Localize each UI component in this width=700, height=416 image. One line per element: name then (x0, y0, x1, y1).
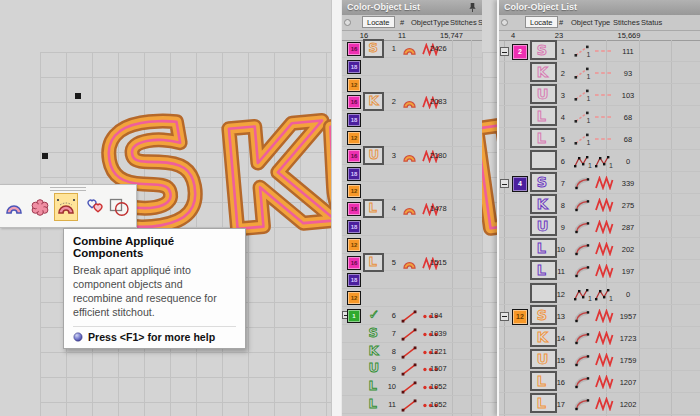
object-thumbnail-icon: U (532, 85, 555, 103)
color-chip[interactable]: 12 (347, 131, 361, 145)
color-chip[interactable]: 12 (347, 291, 361, 305)
color-object-row[interactable]: U 9 287 (499, 216, 700, 238)
color-object-row[interactable]: K 2 93 (499, 62, 700, 84)
combine-applique-components-button[interactable] (54, 193, 78, 221)
color-object-row[interactable]: 12 0 (499, 283, 700, 305)
color-object-row[interactable]: 12 (342, 289, 482, 307)
color-object-row[interactable]: U 15 1759 (499, 349, 700, 371)
color-object-row[interactable]: 18 (342, 111, 482, 129)
color-chip[interactable]: 2 (512, 44, 528, 60)
color-chip[interactable]: 12 (347, 78, 361, 92)
color-object-row[interactable]: L 5 68 (499, 128, 700, 150)
object-thumbnail-icon: S (532, 41, 555, 59)
collapse-toggle[interactable] (500, 47, 509, 56)
color-chip[interactable]: 18 (347, 220, 361, 234)
color-object-row[interactable]: 16 S 1 2426 (342, 40, 482, 58)
color-object-row[interactable]: L 17 1202 (499, 393, 700, 415)
stitch-count: 0 (609, 157, 647, 166)
object-kind-icon (400, 96, 419, 109)
color-object-row[interactable]: 12 (342, 182, 482, 200)
color-object-row[interactable]: L 4 68 (499, 106, 700, 128)
applique-toolbar (0, 184, 137, 228)
color-object-row[interactable]: K 8 275 (499, 194, 700, 216)
locate-column-button[interactable]: Locate (362, 16, 395, 28)
object-kind-icon (573, 287, 593, 301)
overlap-hearts-button[interactable] (82, 193, 106, 221)
color-object-row[interactable]: 12 (342, 236, 482, 254)
svg-text:S: S (368, 325, 377, 340)
color-chip[interactable]: 12 (347, 238, 361, 252)
color-object-row[interactable]: L 11 197 (499, 260, 700, 282)
total-stitches: 15,669 (611, 31, 647, 40)
panel-options-icon[interactable] (344, 19, 351, 26)
color-chip[interactable]: 18 (347, 60, 361, 74)
color-object-row[interactable]: 4 S 7 339 (499, 172, 700, 194)
color-object-row[interactable]: K 14 1723 (499, 327, 700, 349)
panel-options-icon[interactable] (501, 19, 508, 26)
color-object-row[interactable]: 16 L 4 1478 (342, 200, 482, 218)
color-object-row[interactable]: 18 (342, 271, 482, 289)
color-object-row[interactable]: 12 (342, 76, 482, 94)
color-object-row[interactable]: L 10 1052 (342, 378, 482, 396)
color-object-row[interactable]: 12 S 13 1957 (499, 305, 700, 327)
column-status: Status (641, 18, 662, 27)
weld-square-circle-icon (109, 198, 129, 216)
color-object-row[interactable]: L 16 1207 (499, 371, 700, 393)
color-chip[interactable]: 16 (347, 95, 361, 109)
color-object-row[interactable]: U 3 103 (499, 84, 700, 106)
color-object-row[interactable]: 6 0 (499, 150, 700, 172)
color-chip[interactable]: 16 (347, 202, 361, 216)
column-type: Type (594, 18, 610, 27)
column-header-row: Locate # Object Type Stitches Status (499, 15, 700, 31)
applique-arch-icon (4, 198, 24, 216)
collapse-toggle[interactable] (500, 179, 509, 188)
object-thumbnail-icon: U (532, 350, 555, 368)
color-object-row[interactable]: 16 U 3 2180 (342, 147, 482, 165)
stitch-count: 1507 (430, 364, 447, 373)
color-object-row[interactable]: K 8 1221 (342, 343, 482, 361)
flower-shape-button[interactable] (28, 193, 52, 221)
color-chip[interactable]: 18 (347, 273, 361, 287)
panel-title-bar[interactable]: Color-Object List (499, 0, 700, 15)
color-chip[interactable]: 4 (512, 176, 528, 192)
color-object-row[interactable]: L 10 202 (499, 238, 700, 260)
color-object-row[interactable]: 18 (342, 58, 482, 76)
object-kind-icon (400, 150, 419, 163)
color-chip[interactable]: 18 (347, 167, 361, 181)
object-kind-icon (573, 198, 593, 212)
object-thumbnail-icon: K (532, 195, 555, 213)
color-chip[interactable]: 16 (347, 42, 361, 56)
selection-handle[interactable] (42, 153, 48, 159)
weld-shapes-button[interactable] (107, 193, 131, 221)
stitch-count: 1207 (609, 378, 647, 387)
collapse-toggle[interactable] (500, 312, 509, 321)
color-object-row[interactable]: 16 K 2 2083 (342, 93, 482, 111)
selection-handle[interactable] (75, 93, 81, 99)
locate-column-button[interactable]: Locate (525, 16, 558, 28)
color-object-row[interactable]: 12 (342, 129, 482, 147)
color-chip[interactable]: 12 (347, 184, 361, 198)
color-object-row[interactable]: 1 ✓ 6 194 (342, 307, 482, 325)
color-object-row[interactable]: 18 (342, 165, 482, 183)
color-object-row[interactable]: L 11 1052 (342, 396, 482, 414)
help-icon (73, 332, 83, 342)
color-chip[interactable]: 16 (347, 256, 361, 270)
color-chip[interactable]: 18 (347, 113, 361, 127)
color-object-row[interactable]: 2 S 1 111 (499, 40, 700, 62)
panel-title-bar[interactable]: Color-Object List (342, 0, 482, 15)
stitch-count: 1478 (430, 204, 447, 213)
stitch-count: 0 (609, 290, 647, 299)
pin-icon[interactable] (468, 2, 477, 13)
color-chip[interactable]: 12 (512, 309, 528, 325)
color-object-row[interactable]: U 9 1507 (342, 360, 482, 378)
color-chip[interactable]: 1 (347, 309, 361, 323)
color-object-row[interactable]: 18 (342, 218, 482, 236)
object-kind-icon (573, 88, 593, 102)
color-object-row[interactable]: S 7 1039 (342, 325, 482, 343)
column-header-row: Locate # Object Type Stitches Status (342, 15, 482, 31)
color-object-row[interactable]: 16 L 5 1515 (342, 254, 482, 272)
color-chip[interactable]: 16 (347, 149, 361, 163)
applique-arch-button[interactable] (2, 193, 26, 221)
object-thumbnail-icon: K (364, 92, 385, 110)
object-thumbnail-icon: S (364, 324, 385, 342)
